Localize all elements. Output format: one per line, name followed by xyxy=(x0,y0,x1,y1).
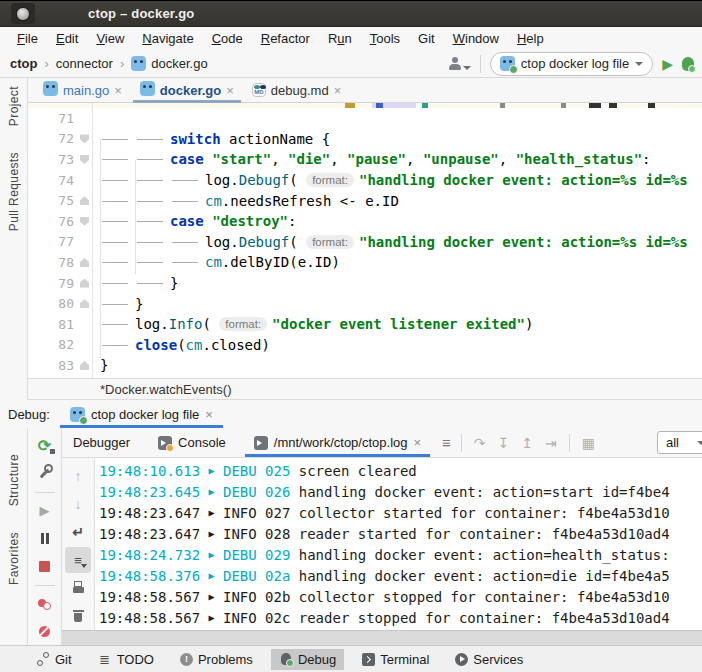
resume-icon[interactable]: ▶ xyxy=(32,497,58,523)
code-line[interactable]: 83 } xyxy=(28,355,702,376)
user-icon[interactable] xyxy=(449,57,471,70)
code-line[interactable]: 75 cm.needsRefresh <- e.ID xyxy=(28,190,702,211)
code-line[interactable]: 73 case "start", "die", "pause", "unpaus… xyxy=(28,149,702,170)
scroll-up-icon[interactable]: ↥ xyxy=(521,435,533,451)
prev-message-icon[interactable]: ↑ xyxy=(65,463,91,489)
stop-icon[interactable] xyxy=(32,553,58,579)
soft-wrap-icon[interactable]: ↵ xyxy=(65,519,91,545)
title-bar[interactable]: ctop – docker.go xyxy=(0,0,702,27)
debug-view-tab[interactable]: /mnt/work/ctop/ctop.log × xyxy=(243,428,432,457)
breadcrumb-item[interactable]: ctop › xyxy=(10,56,56,71)
editor-breadcrumb-bar[interactable]: *Docker.watchEvents() xyxy=(28,378,702,400)
status-bar-item[interactable]: Services xyxy=(447,649,531,670)
status-bar-item[interactable]: Terminal xyxy=(354,649,437,670)
log-console[interactable]: 19:48:10.613 ▶ DEBU 025 screen cleared 1… xyxy=(95,458,702,630)
tool-window-button[interactable]: Pull Requests xyxy=(7,152,21,237)
menu-item[interactable]: Git xyxy=(409,31,444,46)
settings-icon[interactable] xyxy=(32,460,58,486)
log-line[interactable]: 19:48:58.376 ▶ DEBU 02a handling docker … xyxy=(99,565,702,586)
code-line[interactable]: 78 cm.delByID(e.ID) xyxy=(28,252,702,273)
log-line[interactable]: 19:48:58.567 ▶ INFO 02c reader stopped f… xyxy=(99,607,702,628)
tool-window-button[interactable]: Favorites xyxy=(7,532,21,591)
close-icon[interactable]: × xyxy=(114,83,122,98)
jump-to-source-icon[interactable]: ⇥ xyxy=(545,435,557,451)
log-line[interactable]: 19:48:23.647 ▶ INFO 028 reader started f… xyxy=(99,523,702,544)
fold-marker-icon[interactable] xyxy=(77,319,92,330)
menu-item[interactable]: Edit xyxy=(47,31,87,46)
fold-marker-icon[interactable] xyxy=(77,360,92,371)
menu-item[interactable]: View xyxy=(87,31,133,46)
separator[interactable] xyxy=(32,581,58,590)
fold-marker-icon[interactable] xyxy=(77,339,92,350)
close-icon[interactable]: × xyxy=(334,83,342,98)
fold-marker-icon[interactable] xyxy=(77,195,92,206)
clear-all-icon[interactable] xyxy=(65,603,91,629)
code-line[interactable]: 81 log.Info( format:"docker event listen… xyxy=(28,314,702,335)
separator[interactable] xyxy=(32,488,58,497)
run-config-selector[interactable]: ctop docker log file xyxy=(490,52,653,76)
mute-breakpoints-icon[interactable] xyxy=(32,618,58,644)
restore-layout-icon[interactable]: ↷ xyxy=(474,435,486,451)
scroll-down-icon[interactable]: ↧ xyxy=(498,435,510,451)
horizontal-scrollbar[interactable] xyxy=(62,630,702,645)
window-menu-button[interactable] xyxy=(11,3,35,24)
debug-view-tab[interactable]: Debugger xyxy=(62,428,147,457)
fold-marker-icon[interactable] xyxy=(77,216,92,227)
debug-session-tab[interactable]: ctop docker log file × xyxy=(60,400,223,428)
status-bar-item[interactable]: Git xyxy=(28,649,80,670)
menu-item[interactable]: File xyxy=(8,31,47,46)
editor-tab[interactable]: MD debug.md × xyxy=(243,78,350,102)
code-line[interactable]: 76 case "destroy": xyxy=(28,211,702,232)
run-button[interactable]: ▶ xyxy=(662,57,673,71)
fold-marker-icon[interactable] xyxy=(77,133,92,144)
editor-tab[interactable]: main.go × xyxy=(34,78,131,102)
fold-marker-icon[interactable] xyxy=(77,154,92,165)
menu-item[interactable]: Refactor xyxy=(252,31,319,46)
fold-marker-icon[interactable] xyxy=(77,113,92,124)
log-line[interactable]: 19:48:58.567 ▶ INFO 02b collector stoppe… xyxy=(99,586,702,607)
log-line[interactable]: 19:48:23.647 ▶ INFO 027 collector starte… xyxy=(99,502,702,523)
tool-window-button[interactable]: Structure xyxy=(7,454,21,512)
options-menu-icon[interactable]: ≡ xyxy=(432,434,461,451)
code-line[interactable]: 80 } xyxy=(28,293,702,314)
code-line[interactable]: 79 } xyxy=(28,273,702,294)
close-icon[interactable]: × xyxy=(413,435,421,450)
print-icon[interactable] xyxy=(65,575,91,601)
menu-item[interactable]: Help xyxy=(508,31,553,46)
next-message-icon[interactable]: ↓ xyxy=(65,491,91,517)
status-bar-item[interactable]: ! Problems xyxy=(172,649,261,670)
tool-window-button[interactable]: Project xyxy=(7,86,21,132)
log-line[interactable]: 19:48:23.645 ▶ DEBU 026 handling docker … xyxy=(99,481,702,502)
status-bar-item[interactable]: ≣ TODO xyxy=(90,649,162,670)
scroll-to-end-icon[interactable]: ≡ xyxy=(65,547,91,573)
code-line[interactable]: 77 log.Debugf( format:"handling docker e… xyxy=(28,232,702,253)
close-icon[interactable]: × xyxy=(226,83,234,98)
fold-marker-icon[interactable] xyxy=(77,236,92,247)
breadcrumb-item[interactable]: docker.go › xyxy=(131,56,207,71)
editor-tab[interactable]: docker.go × xyxy=(131,78,243,102)
view-breakpoints-icon[interactable] xyxy=(32,590,58,616)
debug-view-tab[interactable]: Console xyxy=(147,428,243,457)
code-line[interactable]: 72 switch actionName { xyxy=(28,129,702,150)
grid-view-icon[interactable]: ▦ xyxy=(570,435,607,451)
code-line[interactable]: 71 xyxy=(28,108,702,129)
fold-marker-icon[interactable] xyxy=(77,278,92,289)
close-icon[interactable]: × xyxy=(205,407,213,422)
log-line[interactable]: 19:48:10.613 ▶ DEBU 025 screen cleared xyxy=(99,460,702,481)
menu-item[interactable]: Window xyxy=(444,31,508,46)
menu-item[interactable]: Code xyxy=(203,31,252,46)
fold-marker-icon[interactable] xyxy=(77,175,92,186)
code-line[interactable]: 82 close(cm.closed) xyxy=(28,335,702,356)
debug-button[interactable] xyxy=(682,57,694,71)
status-bar-item[interactable]: Debug xyxy=(271,649,344,670)
fold-marker-icon[interactable] xyxy=(77,257,92,268)
menu-item[interactable]: Tools xyxy=(361,31,409,46)
log-line[interactable]: 19:48:24.732 ▶ DEBU 029 handling docker … xyxy=(99,544,702,565)
rerun-icon[interactable]: ⟳ xyxy=(32,432,58,458)
breadcrumb-item[interactable]: connector › xyxy=(56,56,131,71)
fold-marker-icon[interactable] xyxy=(77,298,92,309)
menu-item[interactable]: Run xyxy=(319,31,361,46)
code-editor[interactable]: 71 72 switch actionName { 73 case "start… xyxy=(28,103,702,378)
menu-item[interactable]: Navigate xyxy=(133,31,202,46)
code-line[interactable]: 74 log.Debugf( format:"handling docker e… xyxy=(28,170,702,191)
